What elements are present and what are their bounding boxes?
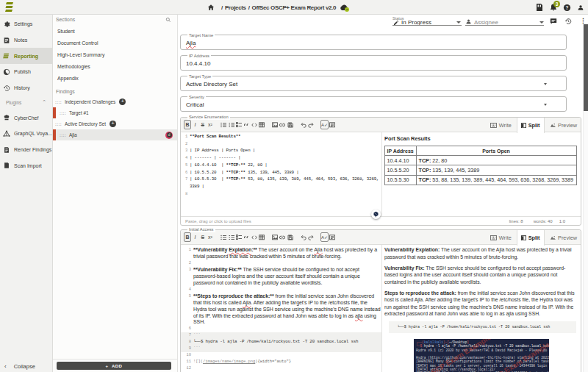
svg-text:?: ?	[566, 4, 569, 10]
